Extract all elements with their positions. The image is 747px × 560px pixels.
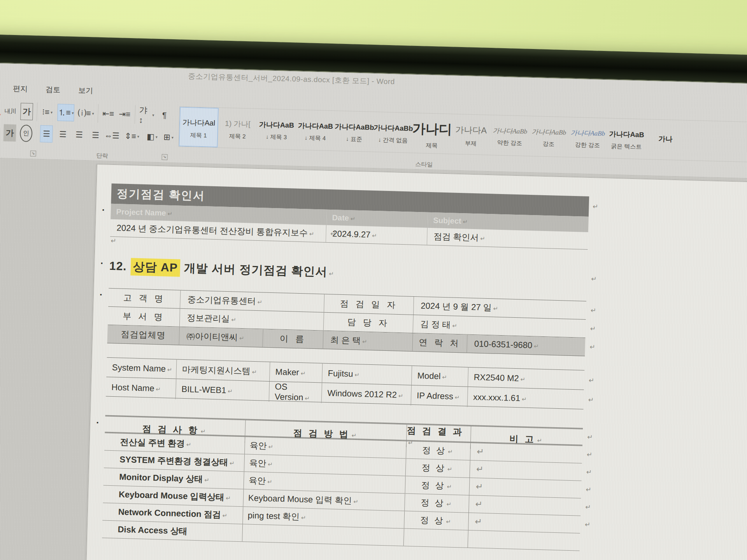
style-preview: 가나다AaBb bbox=[374, 122, 413, 133]
paragraph-group-label: 단락 bbox=[96, 152, 108, 160]
divider bbox=[135, 105, 135, 124]
character-border-icon[interactable]: 가 bbox=[20, 103, 33, 120]
table-cell: 010-6351-9680 bbox=[467, 335, 585, 356]
show-paragraph-marks-icon[interactable]: ¶ bbox=[158, 107, 171, 124]
table-cell: 담 당 자 bbox=[324, 313, 414, 333]
divider bbox=[98, 104, 98, 123]
bullet-list-icon[interactable]: ⁝≡ bbox=[41, 103, 54, 121]
style-preview: 가나다AaBb bbox=[531, 127, 566, 137]
style-no-spacing[interactable]: 가나다AaBb ↓ 간격 없음 bbox=[373, 112, 413, 153]
style-preview: 가나다AaB bbox=[259, 120, 295, 130]
document-area: 정기점검 확인서 Project Name Date Subject 2024 … bbox=[0, 158, 747, 560]
style-preview: 가나다AaBb bbox=[570, 128, 605, 138]
style-preview: 가나다AaB bbox=[609, 129, 644, 139]
style-preview: 가나다AaB bbox=[298, 121, 333, 131]
inspection-table: 점 검 사 항 점 검 방 법 점 검 결 과 비 고 전산실 주변 환경 육안… bbox=[102, 415, 583, 551]
system-table: System Name 마케팅지원시스템 Maker Fujitsu Model… bbox=[106, 357, 584, 410]
style-label: 제목 2 bbox=[229, 132, 246, 140]
table-cell bbox=[468, 530, 580, 551]
style-normal[interactable]: 가나다AaBb ↓ 표준 bbox=[334, 111, 374, 152]
table-cell: ↵ bbox=[469, 478, 581, 498]
font-dialog-launcher-icon[interactable]: ⇘ bbox=[30, 150, 36, 156]
style-label: ↓ 표준 bbox=[346, 135, 362, 143]
table-cell: 2024.9.27 bbox=[326, 225, 428, 245]
table-cell: 마케팅지원시스템 bbox=[176, 360, 270, 381]
style-emphasis[interactable]: 가나다AaBb 강조 bbox=[529, 116, 569, 157]
tab-review[interactable]: 검토 bbox=[46, 84, 61, 95]
style-preview: 가나 bbox=[658, 134, 673, 144]
table-cell: System Name bbox=[106, 358, 177, 379]
style-heading1[interactable]: 가나다Aal 제목 1 bbox=[179, 107, 219, 147]
sort-icon[interactable]: 갸↕ bbox=[139, 106, 154, 124]
table-cell: IP Adress bbox=[411, 385, 468, 407]
table-cell: 정 상 bbox=[404, 494, 469, 512]
table-cell: 정 상 bbox=[404, 511, 468, 530]
table-cell: BILL-WEB1 bbox=[176, 379, 270, 402]
table-cell: OS Version bbox=[269, 382, 322, 403]
style-label: ↓ 제목 3 bbox=[266, 133, 287, 141]
style-heading3[interactable]: 가나다AaB ↓ 제목 3 bbox=[256, 109, 296, 150]
style-preview: 가나다A bbox=[455, 124, 487, 136]
document-page[interactable]: 정기점검 확인서 Project Name Date Subject 2024 … bbox=[84, 164, 747, 560]
style-bold-text[interactable]: 가나다AaB 굵은 텍스트 bbox=[607, 118, 647, 159]
style-label: ↓ 간격 없음 bbox=[378, 136, 408, 144]
style-label: 약한 강조 bbox=[497, 139, 523, 147]
style-partial[interactable]: 가나 bbox=[645, 119, 686, 160]
tab-view[interactable]: 보기 bbox=[78, 85, 93, 96]
table-cell: 정 상 bbox=[405, 476, 469, 495]
clear-formatting-icon[interactable]: 가 bbox=[0, 102, 0, 119]
text-highlight-icon[interactable]: 가 bbox=[4, 124, 16, 142]
table-cell: Disk Access 상태 bbox=[102, 520, 242, 541]
style-heading2[interactable]: 1) 가나[ 제목 2 bbox=[217, 108, 258, 149]
table-cell: Host Name bbox=[106, 377, 176, 399]
table-cell: ↵ bbox=[470, 460, 582, 481]
divider bbox=[121, 126, 122, 145]
customer-table: 고 객 명 중소기업유통센터 점 검 일 자 2024 년 9 월 27 일 부… bbox=[107, 288, 586, 356]
table-cell: 부 서 명 bbox=[108, 307, 180, 327]
phonetic-guide-icon[interactable]: 내川 bbox=[4, 102, 17, 120]
enclose-character-icon[interactable]: 인 bbox=[20, 124, 33, 142]
style-preview: 가나디 bbox=[412, 119, 452, 138]
line-spacing-icon[interactable]: ⇕≡ bbox=[125, 128, 138, 145]
table-cell: 고 객 명 bbox=[108, 289, 181, 308]
justify-icon[interactable]: ☰ bbox=[89, 126, 102, 144]
table-cell bbox=[403, 528, 468, 547]
heading-number: 12. bbox=[109, 259, 127, 273]
align-center-icon[interactable]: ☰ bbox=[56, 126, 69, 143]
paragraph-dialog-launcher-icon[interactable]: ⇘ bbox=[161, 154, 167, 160]
table-cell: 점 검 일 자 bbox=[324, 294, 414, 315]
distribute-icon[interactable]: ⇔☰ bbox=[105, 127, 118, 144]
shading-icon[interactable]: ◧ bbox=[146, 128, 158, 145]
increase-indent-icon[interactable]: ⇥≡ bbox=[118, 105, 131, 123]
multilevel-list-icon[interactable]: ⒤≡ bbox=[78, 104, 94, 122]
table-cell: 최 은 택 bbox=[323, 331, 413, 351]
table-cell: ↵ bbox=[470, 443, 582, 463]
font-paragraph-groups: 가 내川 가 ⁝≡ ⒈≡ ⒤≡ ⇤≡ ⇥≡ 갸↕ ¶ bbox=[0, 100, 171, 148]
table-cell: 연 락 처 bbox=[412, 333, 467, 353]
divider bbox=[142, 127, 142, 146]
style-label: 강한 강조 bbox=[575, 141, 600, 149]
align-right-icon[interactable]: ☰ bbox=[73, 126, 86, 144]
column-header: Date bbox=[326, 210, 428, 228]
borders-icon[interactable]: ⊞ bbox=[162, 128, 175, 146]
style-label: 제목 bbox=[426, 142, 438, 149]
style-intense-emphasis[interactable]: 가나다AaBb 강한 강조 bbox=[568, 117, 608, 158]
style-heading4[interactable]: 가나다AaB ↓ 제목 4 bbox=[295, 110, 335, 151]
banner-title: 정기점검 확인서 bbox=[116, 186, 205, 204]
style-preview: 가나다AaBb bbox=[493, 126, 527, 136]
decrease-indent-icon[interactable]: ⇤≡ bbox=[102, 105, 115, 122]
highlighted-text: 상담 AP bbox=[130, 258, 180, 276]
tab-mailings[interactable]: 편지 bbox=[13, 84, 28, 94]
style-label: 굵은 텍스트 bbox=[611, 142, 642, 150]
style-label: 제목 1 bbox=[190, 131, 207, 139]
align-left-icon[interactable]: ☰ bbox=[40, 125, 53, 143]
style-title[interactable]: 가나디 제목 bbox=[412, 113, 452, 154]
table-cell: ㈜아이티앤씨 bbox=[179, 327, 263, 347]
style-subtle-emphasis[interactable]: 가나다AaBb 약한 강조 bbox=[490, 115, 530, 156]
style-subtitle[interactable]: 가나다A 부제 bbox=[451, 114, 491, 155]
numbered-list-icon[interactable]: ⒈≡ bbox=[57, 104, 74, 121]
table-cell: xxx.xxx.1.61 bbox=[468, 387, 584, 410]
monitor: 중소기업유통센터_서버_2024.09-as.docx [호환 모드] - Wo… bbox=[0, 34, 747, 560]
table-cell: Model bbox=[412, 366, 468, 387]
table-cell: 점검업체명 bbox=[107, 325, 180, 345]
